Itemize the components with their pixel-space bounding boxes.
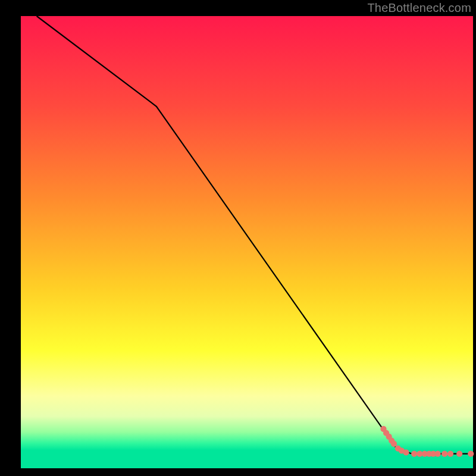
data-marker xyxy=(468,451,474,457)
data-marker xyxy=(403,449,409,455)
plot-background xyxy=(21,16,473,468)
data-marker xyxy=(391,441,397,447)
data-marker xyxy=(447,451,453,457)
data-marker xyxy=(441,451,447,457)
data-marker xyxy=(411,451,417,457)
bottleneck-chart xyxy=(0,0,476,476)
chart-frame: { "attribution": "TheBottleneck.com", "c… xyxy=(0,0,476,476)
data-marker xyxy=(435,451,441,457)
data-marker xyxy=(456,451,462,457)
attribution-text: TheBottleneck.com xyxy=(367,1,471,15)
